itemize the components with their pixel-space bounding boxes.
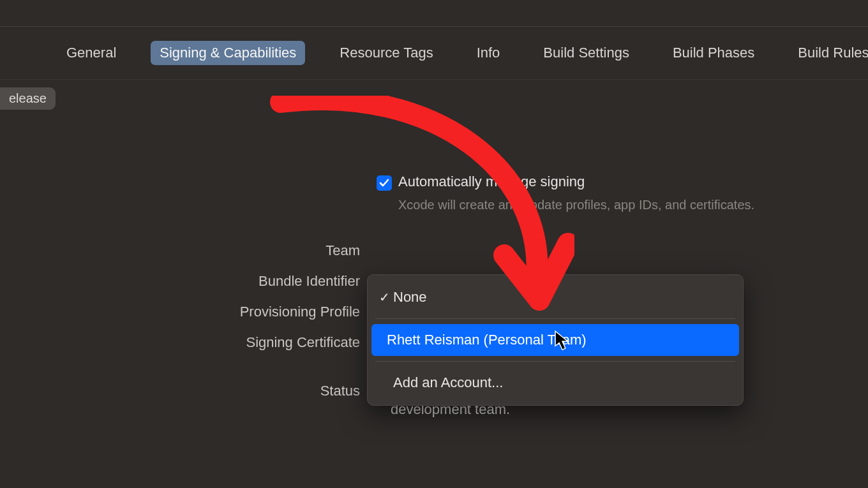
window-top-spacer [0,0,868,27]
editor-tab-bar: General Signing & Capabilities Resource … [0,27,868,80]
bundle-identifier-label: Bundle Identifier [0,270,370,290]
signing-certificate-label: Signing Certificate [0,332,370,351]
auto-manage-signing-checkbox[interactable] [377,175,392,191]
dropdown-separator [375,318,735,319]
team-dropdown-menu: ✓ None Rhett Reisman (Personal Team) Add… [367,274,744,406]
team-option-personal-team[interactable]: Rhett Reisman (Personal Team) [371,324,739,356]
auto-manage-signing-label: Automatically manage signing [398,174,585,190]
team-option-add-account-label: Add an Account... [393,374,503,391]
team-option-none-label: None [393,289,427,306]
tab-info[interactable]: Info [468,41,509,65]
checkmark-icon: ✓ [379,290,393,305]
provisioning-profile-label: Provisioning Profile [0,301,370,320]
tab-signing-capabilities[interactable]: Signing & Capabilities [151,41,305,65]
tab-build-phases[interactable]: Build Phases [664,41,763,65]
tab-build-rules[interactable]: Build Rules [789,41,868,65]
tab-build-settings[interactable]: Build Settings [534,41,638,65]
team-option-add-account[interactable]: Add an Account... [368,367,743,399]
team-option-personal-team-label: Rhett Reisman (Personal Team) [387,332,587,348]
tab-resource-tags[interactable]: Resource Tags [331,41,442,65]
subtab-release[interactable]: elease [0,87,56,110]
tab-general[interactable]: General [57,41,125,65]
checkmark-icon [379,178,389,188]
auto-manage-signing-description: Xcode will create and update profiles, a… [398,196,756,214]
team-label: Team [0,240,370,259]
config-subtab-row: elease [0,80,868,110]
dropdown-separator [375,361,735,362]
status-label: Status [0,380,370,399]
team-option-none[interactable]: ✓ None [368,281,743,313]
